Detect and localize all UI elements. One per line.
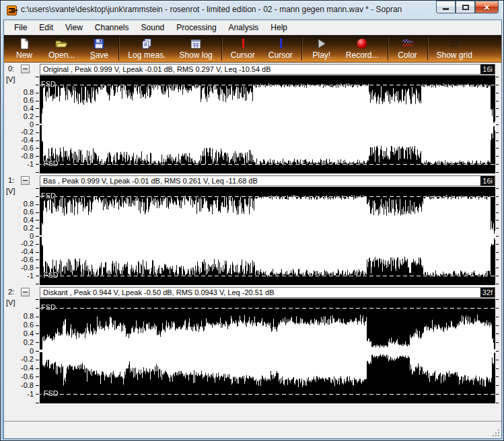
sopran-window: c:\users\svante\desktop\junk\rammstein -…	[0, 0, 504, 441]
main-area: 0: Original , Peak 0.999 V, Lpeak -0.01 …	[4, 63, 501, 421]
show-grid-icon	[448, 37, 460, 50]
collapse-button[interactable]	[21, 176, 30, 185]
y-axis-tick-label: 0.2	[4, 338, 34, 346]
play-button[interactable]: Play!	[304, 36, 339, 62]
menu-item-edit[interactable]: Edit	[33, 21, 59, 34]
y-axis-tick-label: -0.8	[4, 381, 34, 389]
y-axis-tick-label: -0.8	[4, 152, 34, 160]
y-axis-tick-label: -0.2	[4, 355, 34, 363]
record-button[interactable]: Record...	[339, 36, 386, 62]
sample-format-badge: 16i	[480, 176, 495, 186]
channel-title: Diskant , Peak 0.944 V, Lpeak -0.50 dB, …	[40, 288, 480, 296]
y-axis-tick-label: -0.6	[4, 144, 34, 152]
minimize-icon	[443, 8, 449, 10]
menu-item-view[interactable]: View	[59, 21, 89, 34]
y-axis-tick-label: -1	[4, 390, 34, 398]
y-axis-unit-label: [V]	[6, 75, 15, 83]
new-file-icon	[18, 37, 30, 50]
toolbar-button-label: New	[16, 50, 32, 60]
new-button[interactable]: New	[7, 36, 42, 62]
channel-2-header: 2: Diskant , Peak 0.944 V, Lpeak -0.50 d…	[4, 286, 503, 298]
collapse-button[interactable]	[21, 288, 30, 296]
collapse-button[interactable]	[21, 65, 30, 73]
resize-grip[interactable]	[491, 428, 500, 437]
channel-2-plot-area: [V]0.80.60.40.20-0.2-0.4-0.6-0.8-1	[4, 298, 503, 403]
menu-item-channels[interactable]: Channels	[89, 21, 135, 34]
y-axis-tick-label: -0.6	[4, 255, 34, 264]
log-meas-button[interactable]: Log meas.	[121, 36, 172, 62]
toolbar-separator	[221, 37, 222, 61]
sample-format-badge: 16i	[480, 65, 495, 74]
y-axis-unit-label: [V]	[6, 187, 15, 195]
y-axis-tick-label: 0.8	[4, 312, 34, 320]
sample-format-badge: 32f	[480, 288, 495, 297]
show-log-button[interactable]: Show log	[172, 36, 219, 62]
y-axis-tick-label: 0.2	[4, 224, 34, 232]
show-grid-button[interactable]: Show grid	[430, 36, 479, 62]
cursor-button[interactable]: Cursor	[224, 36, 262, 62]
y-axis-tick-label: 0.2	[4, 112, 34, 120]
channel-title-bar: Original , Peak 0.999 V, Lpeak -0.01 dB,…	[40, 64, 495, 75]
open-folder-icon	[55, 37, 69, 50]
waveform-canvas-1[interactable]	[35, 187, 500, 285]
y-axis-tick-label: -0.2	[4, 239, 34, 247]
blue-cursor-icon	[275, 37, 287, 50]
red-cursor-icon	[237, 37, 249, 50]
toolbar: NewOpen...SaveLog meas.Show logCursorCur…	[4, 35, 501, 63]
toolbar-separator	[427, 37, 428, 61]
menu-item-help[interactable]: Help	[264, 21, 293, 34]
y-axis-tick-label: 0	[4, 232, 34, 240]
channel-title-bar: Bas , Peak 0.999 V, Lpeak -0.01 dB, RMS …	[40, 175, 495, 186]
window-title: c:\users\svante\desktop\junk\rammstein -…	[21, 5, 402, 14]
window-controls: ×	[436, 1, 499, 13]
save-floppy-icon	[93, 37, 105, 50]
show-log-icon	[190, 37, 202, 50]
maximize-button[interactable]	[456, 1, 475, 13]
toolbar-button-label: Color	[398, 50, 417, 60]
y-axis-tick-label: 0.8	[4, 200, 34, 208]
channel-title-bar: Diskant , Peak 0.944 V, Lpeak -0.50 dB, …	[40, 287, 495, 298]
save-button[interactable]: Save	[81, 36, 116, 62]
status-bar	[4, 421, 501, 438]
menu-item-sound[interactable]: Sound	[135, 21, 171, 34]
y-axis-tick-label: 0.4	[4, 329, 34, 337]
y-axis-tick-label: 0	[4, 120, 34, 128]
channel-title: Original , Peak 0.999 V, Lpeak -0.01 dB,…	[40, 65, 480, 73]
app-icon	[7, 5, 17, 15]
color-waveform-icon	[401, 37, 415, 50]
waveform-canvas-2[interactable]	[35, 298, 500, 403]
toolbar-separator	[301, 37, 302, 61]
log-copy-icon	[141, 37, 153, 50]
play-icon	[316, 37, 328, 50]
toolbar-separator	[118, 37, 119, 61]
y-axis-tick-label: -0.2	[4, 128, 34, 136]
y-axis-unit-label: [V]	[6, 298, 15, 307]
toolbar-button-label: Show grid	[437, 50, 472, 60]
y-axis-tick-label: -0.4	[4, 136, 34, 144]
cursor-button[interactable]: Cursor	[262, 36, 299, 62]
channel-1-plot-area: [V]0.80.60.40.20-0.2-0.4-0.6-0.8-1	[4, 187, 503, 285]
minimize-button[interactable]	[436, 1, 456, 13]
close-button[interactable]: ×	[475, 1, 499, 13]
color-button[interactable]: Color	[390, 36, 425, 62]
waveform-canvas-0[interactable]	[35, 75, 500, 173]
channel-number-label: 2:	[8, 288, 14, 296]
close-icon: ×	[484, 2, 490, 12]
menu-item-processing[interactable]: Processing	[170, 21, 222, 34]
channel-title: Bas , Peak 0.999 V, Lpeak -0.01 dB, RMS …	[40, 177, 480, 185]
toolbar-button-label: Save	[90, 50, 108, 60]
menu-item-analysis[interactable]: Analysis	[223, 21, 265, 34]
titlebar: c:\users\svante\desktop\junk\rammstein -…	[1, 1, 503, 19]
menu-item-file[interactable]: File	[8, 21, 33, 34]
y-axis-tick-label: 0.6	[4, 96, 34, 104]
toolbar-separator	[388, 37, 388, 61]
y-axis-tick-label: 0.4	[4, 104, 34, 112]
y-axis-tick-label: -1	[4, 272, 34, 280]
y-axis-tick-label: 0.8	[4, 88, 34, 96]
channel-number-label: 1:	[8, 176, 14, 184]
open-button[interactable]: Open...	[42, 36, 81, 62]
toolbar-button-label: Log meas.	[128, 50, 166, 60]
channel-0-header: 0: Original , Peak 0.999 V, Lpeak -0.01 …	[4, 63, 503, 75]
y-axis-tick-label: 0.6	[4, 321, 34, 329]
y-axis-tick-label: -0.4	[4, 364, 34, 372]
